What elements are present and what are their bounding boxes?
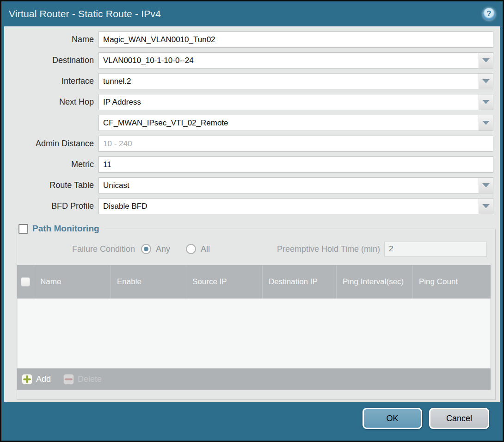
failure-condition-label: Failure Condition xyxy=(17,244,141,254)
admin-distance-row: Admin Distance xyxy=(4,136,493,152)
chevron-down-icon xyxy=(482,79,490,83)
failure-condition-any-radio[interactable] xyxy=(141,244,151,254)
next-hop-address-select[interactable]: CF_MWAN_IPsec_VTI_02_Remote xyxy=(98,115,493,131)
dialog-title: Virtual Router - Static Route - IPv4 xyxy=(9,8,483,19)
table-header-checkbox-cell xyxy=(17,265,34,299)
admin-distance-input[interactable] xyxy=(98,136,493,152)
minus-icon xyxy=(63,374,74,385)
interface-dropdown-button[interactable] xyxy=(479,74,493,89)
next-hop-type-select[interactable]: IP Address xyxy=(98,94,493,110)
column-header-name: Name xyxy=(34,265,111,299)
next-hop-type-dropdown-button[interactable] xyxy=(479,94,493,110)
preemptive-hold-time-label: Preemptive Hold Time (min) xyxy=(277,244,384,254)
interface-row: Interface tunnel.2 xyxy=(4,73,493,89)
delete-button[interactable]: Delete xyxy=(63,374,102,385)
add-button-label: Add xyxy=(36,374,51,384)
column-header-enable: Enable xyxy=(111,265,186,299)
interface-value: tunnel.2 xyxy=(99,77,131,86)
help-icon[interactable]: ? xyxy=(483,8,495,20)
destination-value: VLAN0010_10-1-10-0--24 xyxy=(99,56,194,65)
destination-label: Destination xyxy=(4,56,98,65)
column-header-ping-count: Ping Count xyxy=(412,265,491,299)
add-button[interactable]: Add xyxy=(22,374,51,385)
column-header-destination-ip: Destination IP xyxy=(262,265,336,299)
route-table-value: Unicast xyxy=(99,181,129,190)
static-route-dialog: Virtual Router - Static Route - IPv4 ? N… xyxy=(1,1,503,441)
metric-row: Metric xyxy=(4,156,493,173)
chevron-down-icon xyxy=(482,100,490,104)
next-hop-address-dropdown-button[interactable] xyxy=(479,115,493,131)
next-hop-address-value: CF_MWAN_IPsec_VTI_02_Remote xyxy=(99,118,228,128)
table-body-empty xyxy=(17,299,491,368)
preemptive-hold-time-input[interactable] xyxy=(384,242,487,257)
chevron-down-icon xyxy=(482,183,490,187)
route-table-row: Route Table Unicast xyxy=(4,177,493,193)
column-header-ping-interval: Ping Interval(sec) xyxy=(336,265,412,299)
failure-condition-any-label: Any xyxy=(156,244,170,254)
radio-dot xyxy=(144,247,148,251)
next-hop-type-value: IP Address xyxy=(99,98,141,107)
route-form: Name Destination VLAN0010_10-1-10-0--24 … xyxy=(4,26,500,214)
name-input[interactable] xyxy=(98,31,493,48)
failure-condition-row: Failure Condition Any All Preemptive Hol… xyxy=(17,242,495,256)
table-toolbar: Add Delete xyxy=(17,368,491,390)
bfd-profile-value: Disable BFD xyxy=(99,202,147,211)
metric-input[interactable] xyxy=(98,156,493,173)
interface-select[interactable]: tunnel.2 xyxy=(98,73,493,89)
column-header-source-ip: Source IP xyxy=(186,265,262,299)
action-bar: OK Cancel xyxy=(1,402,503,441)
dialog-content: Name Destination VLAN0010_10-1-10-0--24 … xyxy=(4,26,500,402)
route-table-dropdown-button[interactable] xyxy=(479,178,493,193)
path-monitoring-title: Path Monitoring xyxy=(32,224,99,234)
chevron-down-icon xyxy=(482,204,490,208)
next-hop-label: Next Hop xyxy=(4,97,98,107)
table-header-row: Name Enable Source IP Destination IP Pin… xyxy=(17,265,491,299)
path-monitoring-section: Path Monitoring Failure Condition Any Al… xyxy=(17,224,496,400)
route-table-label: Route Table xyxy=(4,181,98,190)
metric-label: Metric xyxy=(4,160,98,169)
route-table-select[interactable]: Unicast xyxy=(98,177,493,193)
path-monitoring-table: Name Enable Source IP Destination IP Pin… xyxy=(17,265,491,390)
cancel-button[interactable]: Cancel xyxy=(429,408,489,429)
bfd-profile-select[interactable]: Disable BFD xyxy=(98,198,493,214)
path-monitoring-checkbox[interactable] xyxy=(18,224,28,234)
plus-icon xyxy=(22,374,32,385)
chevron-down-icon xyxy=(482,121,490,125)
destination-dropdown-button[interactable] xyxy=(479,53,493,68)
next-hop-address-row: CF_MWAN_IPsec_VTI_02_Remote xyxy=(4,115,493,131)
select-all-checkbox[interactable] xyxy=(21,277,30,286)
delete-button-label: Delete xyxy=(78,374,102,384)
bfd-profile-label: BFD Profile xyxy=(4,201,98,211)
failure-condition-all-radio[interactable] xyxy=(186,244,196,254)
help-glyph: ? xyxy=(487,10,492,18)
interface-label: Interface xyxy=(4,76,98,86)
name-row: Name xyxy=(4,31,493,48)
admin-distance-label: Admin Distance xyxy=(4,139,98,149)
ok-button[interactable]: OK xyxy=(363,408,422,429)
chevron-down-icon xyxy=(482,58,490,62)
bfd-profile-dropdown-button[interactable] xyxy=(479,199,493,214)
titlebar: Virtual Router - Static Route - IPv4 ? xyxy=(1,1,503,26)
path-monitoring-legend: Path Monitoring xyxy=(18,224,104,234)
destination-row: Destination VLAN0010_10-1-10-0--24 xyxy=(4,52,493,68)
name-label: Name xyxy=(4,35,98,44)
failure-condition-all-label: All xyxy=(201,244,210,254)
next-hop-row: Next Hop IP Address xyxy=(4,94,493,110)
bfd-profile-row: BFD Profile Disable BFD xyxy=(4,198,493,214)
destination-select[interactable]: VLAN0010_10-1-10-0--24 xyxy=(98,52,493,68)
